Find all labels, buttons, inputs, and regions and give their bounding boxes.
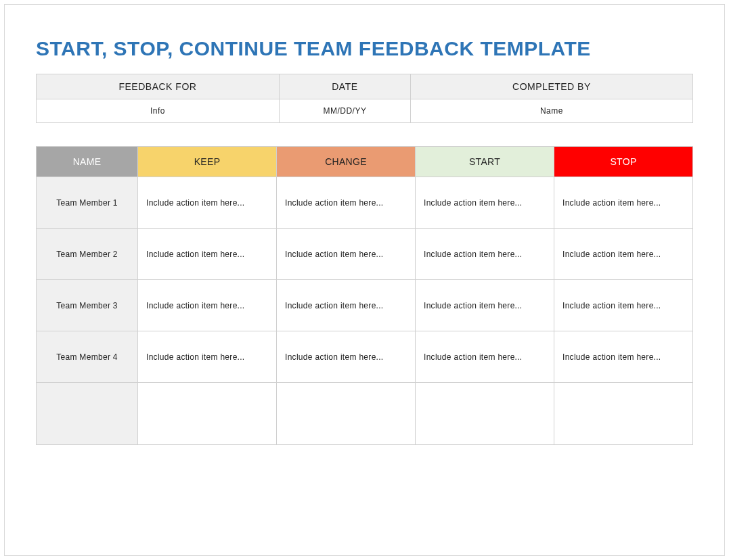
cell-keep[interactable]: Include action item here... — [138, 177, 277, 229]
meta-header-date: DATE — [279, 74, 410, 99]
cell-stop[interactable]: Include action item here... — [554, 331, 693, 383]
cell-change[interactable] — [277, 383, 416, 445]
page-title: START, STOP, CONTINUE TEAM FEEDBACK TEMP… — [36, 37, 693, 60]
cell-start[interactable]: Include action item here... — [416, 331, 554, 383]
cell-keep[interactable] — [138, 383, 277, 445]
cell-name[interactable] — [37, 383, 138, 445]
cell-stop[interactable]: Include action item here... — [554, 177, 693, 229]
table-row: Team Member 4 Include action item here..… — [37, 331, 693, 383]
meta-table: FEEDBACK FOR DATE COMPLETED BY Info MM/D… — [36, 74, 693, 123]
grid-header-stop: STOP — [554, 147, 693, 177]
meta-value-date[interactable]: MM/DD/YY — [279, 99, 410, 123]
meta-header-completed-by: COMPLETED BY — [410, 74, 692, 99]
cell-change[interactable]: Include action item here... — [277, 177, 416, 229]
table-row: Team Member 3 Include action item here..… — [37, 280, 693, 331]
spacer — [36, 123, 693, 146]
grid-header-row: NAME KEEP CHANGE START STOP — [37, 147, 693, 177]
cell-keep[interactable]: Include action item here... — [138, 229, 277, 280]
table-row: Team Member 1 Include action item here..… — [37, 177, 693, 229]
cell-keep[interactable]: Include action item here... — [138, 331, 277, 383]
grid-header-start: START — [416, 147, 554, 177]
cell-name[interactable]: Team Member 4 — [37, 331, 138, 383]
cell-name[interactable]: Team Member 3 — [37, 280, 138, 331]
cell-change[interactable]: Include action item here... — [277, 331, 416, 383]
cell-stop[interactable] — [554, 383, 693, 445]
cell-name[interactable]: Team Member 2 — [37, 229, 138, 280]
cell-change[interactable]: Include action item here... — [277, 229, 416, 280]
meta-header-feedback-for: FEEDBACK FOR — [37, 74, 280, 99]
cell-change[interactable]: Include action item here... — [277, 280, 416, 331]
cell-start[interactable]: Include action item here... — [416, 229, 554, 280]
meta-header-row: FEEDBACK FOR DATE COMPLETED BY — [37, 74, 693, 99]
cell-stop[interactable]: Include action item here... — [554, 280, 693, 331]
cell-name[interactable]: Team Member 1 — [37, 177, 138, 229]
grid-header-change: CHANGE — [277, 147, 416, 177]
cell-start[interactable] — [416, 383, 554, 445]
cell-stop[interactable]: Include action item here... — [554, 229, 693, 280]
table-row — [37, 383, 693, 445]
page-container: START, STOP, CONTINUE TEAM FEEDBACK TEMP… — [4, 4, 725, 556]
grid-body: Team Member 1 Include action item here..… — [37, 177, 693, 445]
cell-start[interactable]: Include action item here... — [416, 280, 554, 331]
grid-header-name: NAME — [37, 147, 138, 177]
table-row: Team Member 2 Include action item here..… — [37, 229, 693, 280]
cell-start[interactable]: Include action item here... — [416, 177, 554, 229]
feedback-grid: NAME KEEP CHANGE START STOP Team Member … — [36, 146, 693, 445]
cell-keep[interactable]: Include action item here... — [138, 280, 277, 331]
meta-value-completed-by[interactable]: Name — [410, 99, 692, 123]
meta-value-row: Info MM/DD/YY Name — [37, 99, 693, 123]
meta-value-feedback-for[interactable]: Info — [37, 99, 280, 123]
grid-header-keep: KEEP — [138, 147, 277, 177]
